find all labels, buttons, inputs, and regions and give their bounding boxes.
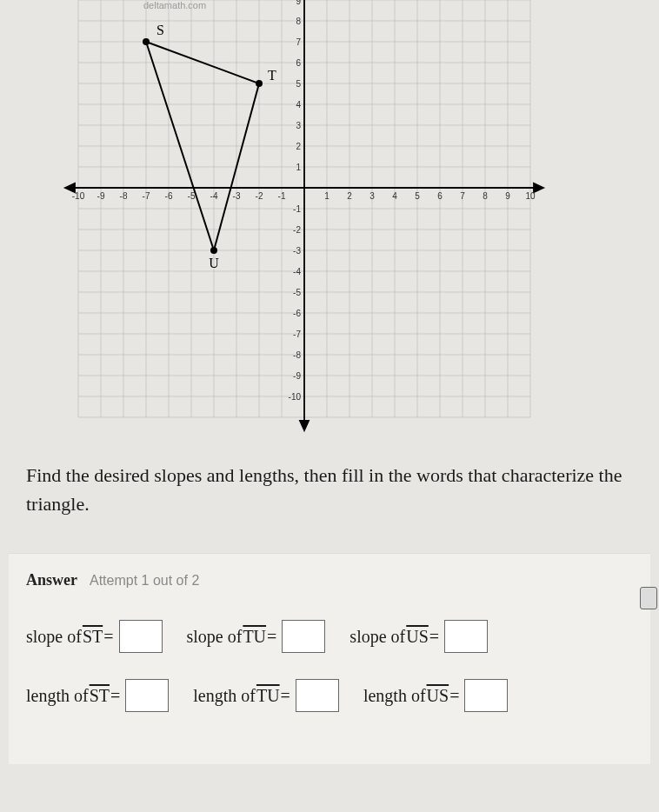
svg-text:-3: -3 bbox=[233, 191, 241, 201]
length-us-field: length of US = bbox=[363, 679, 509, 712]
length-us-pre: length of bbox=[363, 686, 426, 706]
slope-tu-pre: slope of bbox=[187, 627, 243, 647]
svg-text:-6: -6 bbox=[165, 191, 173, 201]
svg-text:9: 9 bbox=[296, 0, 301, 6]
svg-text:3: 3 bbox=[296, 121, 301, 130]
length-st-field: length of ST = bbox=[26, 679, 169, 712]
slope-st-pre: slope of bbox=[26, 627, 82, 647]
length-st-pre: length of bbox=[26, 686, 89, 706]
calculator-icon[interactable] bbox=[640, 587, 657, 609]
svg-text:2: 2 bbox=[296, 142, 301, 151]
svg-text:-1: -1 bbox=[278, 191, 286, 201]
svg-marker-45 bbox=[534, 183, 543, 192]
svg-text:-9: -9 bbox=[293, 371, 301, 381]
question-text: Find the desired slopes and lengths, the… bbox=[0, 435, 659, 536]
svg-text:-10: -10 bbox=[289, 392, 302, 402]
svg-text:-1: -1 bbox=[293, 204, 301, 214]
slope-us-pre: slope of bbox=[349, 627, 405, 647]
slope-tu-field: slope of TU = bbox=[187, 620, 326, 653]
length-tu-pre: length of bbox=[193, 686, 256, 706]
segment-st: ST bbox=[82, 627, 103, 647]
svg-text:-9: -9 bbox=[97, 191, 105, 201]
answer-header: Answer Attempt 1 out of 2 bbox=[26, 571, 633, 589]
slope-row: slope of ST = slope of TU = slope of US … bbox=[26, 620, 633, 653]
svg-text:6: 6 bbox=[296, 58, 301, 68]
svg-text:-6: -6 bbox=[293, 309, 301, 318]
svg-text:10: 10 bbox=[525, 191, 536, 201]
svg-text:1: 1 bbox=[324, 191, 330, 201]
equals: = bbox=[449, 686, 459, 706]
equals: = bbox=[281, 686, 290, 706]
svg-text:-4: -4 bbox=[210, 191, 218, 201]
segment-tu: TU bbox=[242, 627, 267, 647]
length-tu-input[interactable] bbox=[296, 679, 339, 712]
svg-text:1: 1 bbox=[296, 163, 301, 172]
slope-st-input[interactable] bbox=[119, 620, 163, 653]
slope-us-input[interactable] bbox=[444, 620, 488, 653]
svg-point-89 bbox=[210, 247, 217, 254]
coordinate-graph: -10-9-8 -7-6-5 -4-3-2 -1 123 456 789 10 … bbox=[61, 0, 548, 435]
svg-point-87 bbox=[143, 38, 150, 45]
svg-text:-7: -7 bbox=[293, 329, 301, 339]
svg-text:3: 3 bbox=[369, 191, 375, 201]
svg-marker-46 bbox=[300, 421, 309, 430]
point-t-label: T bbox=[268, 68, 276, 83]
length-row: length of ST = length of TU = length of … bbox=[26, 679, 633, 712]
answer-section: Answer Attempt 1 out of 2 slope of ST = … bbox=[9, 553, 650, 764]
svg-text:-2: -2 bbox=[256, 191, 263, 201]
point-u-label: U bbox=[209, 256, 219, 270]
attempt-text: Attempt 1 out of 2 bbox=[90, 573, 199, 588]
svg-text:-2: -2 bbox=[293, 225, 301, 235]
svg-point-88 bbox=[256, 80, 263, 87]
length-tu-field: length of TU = bbox=[193, 679, 339, 712]
svg-text:-10: -10 bbox=[72, 191, 85, 201]
slope-us-field: slope of US = bbox=[349, 620, 488, 653]
length-st-input[interactable] bbox=[125, 679, 169, 712]
svg-text:4: 4 bbox=[392, 191, 397, 201]
svg-text:2: 2 bbox=[347, 191, 352, 201]
svg-text:7: 7 bbox=[296, 37, 301, 47]
svg-text:4: 4 bbox=[296, 100, 301, 110]
slope-tu-input[interactable] bbox=[282, 620, 325, 653]
slope-st-field: slope of ST = bbox=[26, 620, 163, 653]
segment-st: ST bbox=[89, 686, 110, 706]
equals: = bbox=[103, 627, 113, 647]
segment-us: US bbox=[426, 686, 450, 706]
svg-text:5: 5 bbox=[296, 79, 301, 89]
answer-label: Answer bbox=[26, 571, 77, 589]
svg-text:-3: -3 bbox=[293, 246, 301, 256]
svg-text:-7: -7 bbox=[143, 191, 150, 201]
segment-tu: TU bbox=[256, 686, 281, 706]
svg-text:-5: -5 bbox=[293, 288, 301, 297]
svg-text:-4: -4 bbox=[293, 267, 301, 276]
svg-text:8: 8 bbox=[296, 17, 301, 26]
svg-text:6: 6 bbox=[437, 191, 443, 201]
svg-text:-8: -8 bbox=[293, 350, 301, 360]
equals: = bbox=[110, 686, 120, 706]
svg-text:-8: -8 bbox=[120, 191, 128, 201]
svg-text:8: 8 bbox=[483, 191, 488, 201]
svg-text:9: 9 bbox=[505, 191, 510, 201]
equals: = bbox=[429, 627, 439, 647]
equals: = bbox=[267, 627, 276, 647]
svg-text:5: 5 bbox=[415, 191, 420, 201]
point-s-label: S bbox=[156, 23, 164, 37]
length-us-input[interactable] bbox=[464, 679, 508, 712]
graph-svg: -10-9-8 -7-6-5 -4-3-2 -1 123 456 789 10 … bbox=[61, 0, 548, 435]
segment-us: US bbox=[405, 627, 429, 647]
svg-text:7: 7 bbox=[460, 191, 465, 201]
